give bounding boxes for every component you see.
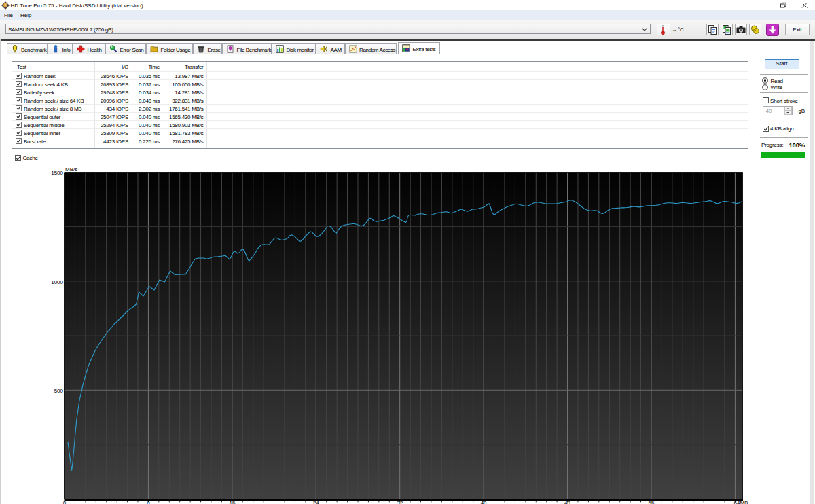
svg-text:48: 48 — [564, 500, 570, 504]
svg-text:32: 32 — [397, 500, 403, 504]
svg-text:16: 16 — [229, 500, 235, 504]
svg-text:0: 0 — [63, 500, 67, 504]
svg-text:MB/s: MB/s — [65, 166, 77, 173]
svg-text:24: 24 — [313, 500, 319, 504]
svg-text:40: 40 — [481, 500, 487, 504]
svg-text:1500: 1500 — [51, 170, 63, 176]
svg-text:56: 56 — [649, 500, 655, 504]
svg-text:500: 500 — [54, 388, 64, 394]
svg-text:64MB: 64MB — [734, 500, 748, 504]
svg-text:1000: 1000 — [51, 279, 63, 285]
svg-text:8: 8 — [147, 500, 150, 504]
